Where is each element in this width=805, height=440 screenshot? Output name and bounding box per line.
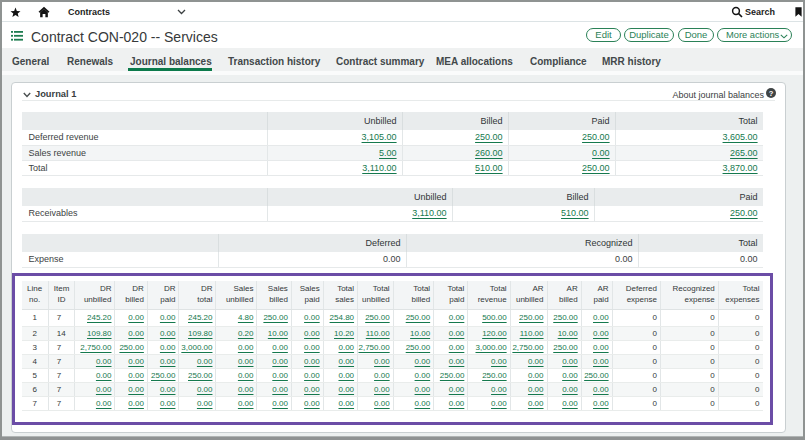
svg-text:?: ? (769, 89, 774, 98)
